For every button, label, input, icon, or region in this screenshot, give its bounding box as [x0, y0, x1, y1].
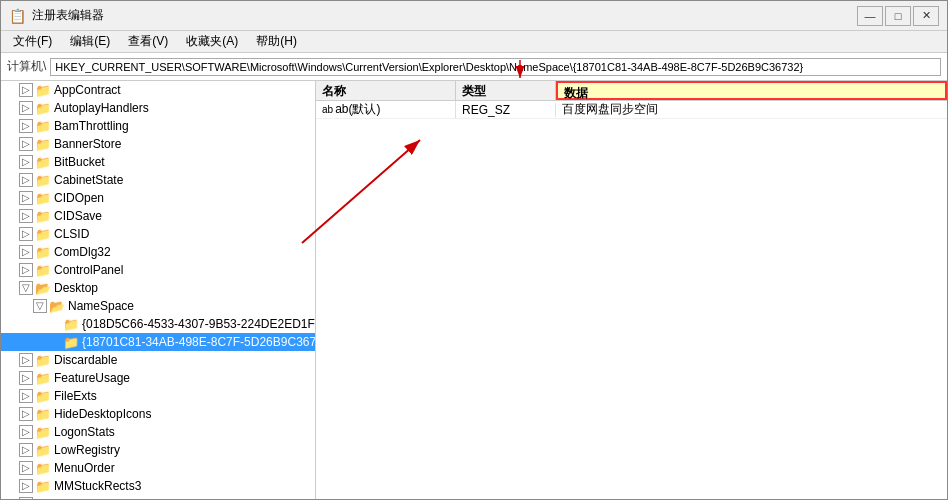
- address-input[interactable]: [50, 58, 941, 76]
- expand-icon[interactable]: ▽: [19, 281, 33, 295]
- folder-icon: 📁: [35, 245, 51, 259]
- tree-item-CIDOpen[interactable]: ▷ 📁 CIDOpen: [1, 189, 315, 207]
- expand-icon[interactable]: ▷: [19, 425, 33, 439]
- menu-help[interactable]: 帮助(H): [248, 31, 305, 52]
- expand-icon[interactable]: ▷: [19, 443, 33, 457]
- expand-icon[interactable]: ▷: [19, 245, 33, 259]
- expand-icon[interactable]: ▷: [19, 101, 33, 115]
- expand-icon[interactable]: ▷: [19, 407, 33, 421]
- tree-item-BamThrottling[interactable]: ▷ 📁 BamThrottling: [1, 117, 315, 135]
- tree-item-LogonStats[interactable]: ▷ 📁 LogonStats: [1, 423, 315, 441]
- minimize-button[interactable]: —: [857, 6, 883, 26]
- menu-view[interactable]: 查看(V): [120, 31, 176, 52]
- col-name-header: 名称: [316, 81, 456, 100]
- tree-item-CLSID[interactable]: ▷ 📁 CLSID: [1, 225, 315, 243]
- expand-icon[interactable]: ▷: [19, 155, 33, 169]
- folder-icon: 📁: [35, 137, 51, 151]
- expand-icon[interactable]: ▷: [19, 191, 33, 205]
- folder-icon: 📁: [63, 317, 79, 331]
- folder-icon: 📁: [35, 155, 51, 169]
- expand-icon[interactable]: ▷: [19, 173, 33, 187]
- expand-icon[interactable]: ▷: [19, 209, 33, 223]
- expand-icon[interactable]: ▷: [19, 137, 33, 151]
- tree-item-guid2[interactable]: 📁 {18701C81-34AB-498E-8C7F-5D26B9C36732}: [1, 333, 315, 351]
- tree-item-FeatureUsage[interactable]: ▷ 📁 FeatureUsage: [1, 369, 315, 387]
- tree-item-ControlPanel[interactable]: ▷ 📁 ControlPanel: [1, 261, 315, 279]
- tree-label: CIDOpen: [54, 191, 104, 205]
- tree-label: LogonStats: [54, 425, 115, 439]
- cell-name: abab(默认): [316, 101, 456, 118]
- tree-label: Discardable: [54, 353, 117, 367]
- tree-item-BitBucket[interactable]: ▷ 📁 BitBucket: [1, 153, 315, 171]
- folder-icon: 📁: [35, 389, 51, 403]
- expand-placeholder: [47, 335, 61, 349]
- expand-icon[interactable]: ▷: [19, 389, 33, 403]
- tree-item-BannerStore[interactable]: ▷ 📁 BannerStore: [1, 135, 315, 153]
- expand-icon[interactable]: ▷: [19, 353, 33, 367]
- col-data-header: 数据: [556, 81, 947, 100]
- folder-icon: 📁: [35, 461, 51, 475]
- window-icon: 📋: [9, 8, 26, 24]
- registry-editor-window: 📋 注册表编辑器 — □ ✕ 文件(F) 编辑(E) 查看(V) 收藏夹(A) …: [0, 0, 948, 500]
- expand-icon[interactable]: ▷: [19, 479, 33, 493]
- tree-item-AppContract[interactable]: ▷ 📁 AppContract: [1, 81, 315, 99]
- tree-pane[interactable]: ▷ 📁 AppContract ▷ 📁 AutoplayHandlers ▷ 📁…: [1, 81, 316, 499]
- menu-edit[interactable]: 编辑(E): [62, 31, 118, 52]
- tree-label: LowRegistry: [54, 443, 120, 457]
- tree-label: BitBucket: [54, 155, 105, 169]
- title-bar: 📋 注册表编辑器 — □ ✕: [1, 1, 947, 31]
- tree-item-CabinetState[interactable]: ▷ 📁 CabinetState: [1, 171, 315, 189]
- col-type-header: 类型: [456, 81, 556, 100]
- tree-item-Desktop[interactable]: ▽ 📂 Desktop: [1, 279, 315, 297]
- expand-icon[interactable]: ▷: [19, 497, 33, 499]
- expand-icon[interactable]: ▷: [19, 227, 33, 241]
- folder-icon: 📁: [35, 263, 51, 277]
- expand-icon[interactable]: ▷: [19, 83, 33, 97]
- tree-label: MMStuckRects3: [54, 479, 141, 493]
- tree-label: ComDlg32: [54, 245, 111, 259]
- tree-item-ComDlg32[interactable]: ▷ 📁 ComDlg32: [1, 243, 315, 261]
- tree-label: CabinetState: [54, 173, 123, 187]
- tree-item-Discardable[interactable]: ▷ 📁 Discardable: [1, 351, 315, 369]
- menu-bar: 文件(F) 编辑(E) 查看(V) 收藏夹(A) 帮助(H): [1, 31, 947, 53]
- expand-icon[interactable]: ▷: [19, 263, 33, 277]
- tree-item-AutoplayHandlers[interactable]: ▷ 📁 AutoplayHandlers: [1, 99, 315, 117]
- menu-file[interactable]: 文件(F): [5, 31, 60, 52]
- folder-icon: 📁: [35, 425, 51, 439]
- tree-item-Modules[interactable]: ▷ 📁 Modules: [1, 495, 315, 499]
- tree-label: {018D5C66-4533-4307-9B53-224DE2ED1FE6}: [82, 317, 316, 331]
- expand-icon[interactable]: ▷: [19, 461, 33, 475]
- table-row[interactable]: abab(默认) REG_SZ 百度网盘同步空间: [316, 101, 947, 119]
- table-header: 名称 类型 数据: [316, 81, 947, 101]
- close-button[interactable]: ✕: [913, 6, 939, 26]
- folder-icon: 📁: [35, 371, 51, 385]
- tree-label: Modules: [54, 497, 99, 499]
- tree-item-MenuOrder[interactable]: ▷ 📁 MenuOrder: [1, 459, 315, 477]
- main-content: ▷ 📁 AppContract ▷ 📁 AutoplayHandlers ▷ 📁…: [1, 81, 947, 499]
- tree-label: AppContract: [54, 83, 121, 97]
- table-body: abab(默认) REG_SZ 百度网盘同步空间: [316, 101, 947, 499]
- window-title: 注册表编辑器: [32, 7, 104, 24]
- expand-icon[interactable]: ▷: [19, 119, 33, 133]
- cell-data: 百度网盘同步空间: [556, 101, 947, 118]
- folder-icon: 📂: [49, 299, 65, 313]
- menu-favorites[interactable]: 收藏夹(A): [178, 31, 246, 52]
- tree-item-FileExts[interactable]: ▷ 📁 FileExts: [1, 387, 315, 405]
- folder-icon: 📁: [63, 335, 79, 349]
- tree-item-NameSpace[interactable]: ▽ 📂 NameSpace: [1, 297, 315, 315]
- tree-label: ControlPanel: [54, 263, 123, 277]
- tree-label: CIDSave: [54, 209, 102, 223]
- tree-item-MMStuckRects3[interactable]: ▷ 📁 MMStuckRects3: [1, 477, 315, 495]
- expand-icon[interactable]: ▽: [33, 299, 47, 313]
- right-pane: 名称 类型 数据 abab(默认) REG_SZ 百度网盘同步空间: [316, 81, 947, 499]
- tree-item-HideDesktopIcons[interactable]: ▷ 📁 HideDesktopIcons: [1, 405, 315, 423]
- folder-icon: 📁: [35, 227, 51, 241]
- folder-icon: 📁: [35, 101, 51, 115]
- address-bar: 计算机\: [1, 53, 947, 81]
- tree-item-CIDSave[interactable]: ▷ 📁 CIDSave: [1, 207, 315, 225]
- folder-icon: 📁: [35, 209, 51, 223]
- maximize-button[interactable]: □: [885, 6, 911, 26]
- tree-item-LowRegistry[interactable]: ▷ 📁 LowRegistry: [1, 441, 315, 459]
- expand-icon[interactable]: ▷: [19, 371, 33, 385]
- tree-item-guid1[interactable]: 📁 {018D5C66-4533-4307-9B53-224DE2ED1FE6}: [1, 315, 315, 333]
